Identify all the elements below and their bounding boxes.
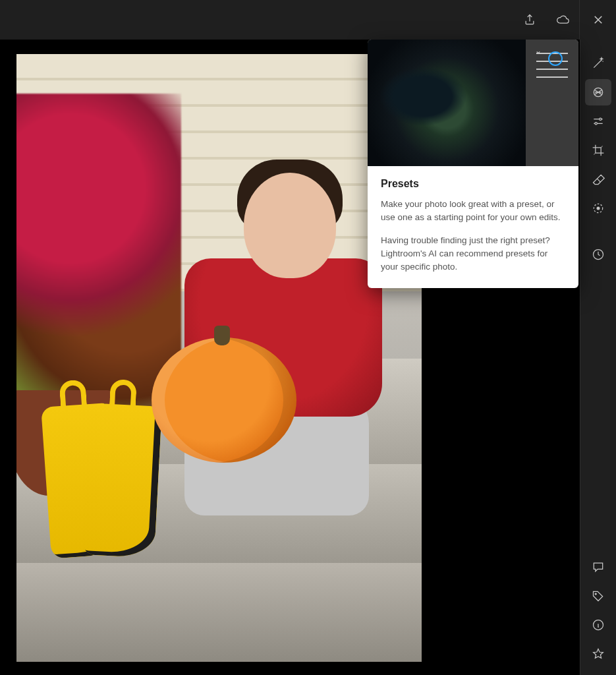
presets-tool[interactable] xyxy=(585,79,611,105)
svg-point-1 xyxy=(600,118,602,120)
mask-tool[interactable] xyxy=(585,195,611,221)
auto-tool[interactable] xyxy=(585,50,611,76)
coachmark-ring-icon xyxy=(548,51,563,66)
tooltip-hero: ⌄ xyxy=(368,40,578,166)
history-icon xyxy=(592,248,605,261)
photo-subject xyxy=(145,153,395,522)
tooltip-text-2: Having trouble finding just the right pr… xyxy=(381,234,565,274)
info-button[interactable] xyxy=(585,612,611,638)
share-icon xyxy=(523,13,536,26)
info-icon xyxy=(592,618,605,631)
close-button[interactable] xyxy=(580,0,616,40)
rate-button[interactable] xyxy=(585,641,611,667)
edit-sidebar xyxy=(580,40,616,675)
presets-icon xyxy=(592,86,605,99)
crop-tool[interactable] xyxy=(585,137,611,163)
eraser-icon xyxy=(592,173,605,186)
sidebar-bottom-tools xyxy=(585,552,611,675)
sliders-icon xyxy=(592,115,605,128)
heal-tool[interactable] xyxy=(585,166,611,192)
mask-icon xyxy=(592,202,605,215)
crop-icon xyxy=(592,144,605,157)
tag-icon xyxy=(592,589,605,602)
svg-point-6 xyxy=(595,593,596,595)
top-bar xyxy=(0,0,616,40)
chevron-down-icon: ⌄ xyxy=(535,46,542,55)
versions-tool[interactable] xyxy=(585,241,611,268)
wand-icon xyxy=(592,57,605,70)
tooltip-title: Presets xyxy=(381,178,565,190)
comment-button[interactable] xyxy=(585,554,611,580)
share-button[interactable] xyxy=(513,0,546,40)
tag-button[interactable] xyxy=(585,583,611,609)
svg-point-4 xyxy=(597,207,600,210)
edit-tool[interactable] xyxy=(585,108,611,134)
svg-point-2 xyxy=(595,123,597,125)
presets-tooltip: ⌄ Presets Make your photo look great wit… xyxy=(368,40,578,288)
tooltip-preview-image xyxy=(368,40,526,166)
cloud-button[interactable] xyxy=(546,0,579,40)
comment-icon xyxy=(592,560,605,573)
tooltip-body: Presets Make your photo look great with … xyxy=(368,166,578,288)
close-icon xyxy=(592,14,604,26)
cloud-icon xyxy=(556,13,569,26)
star-icon xyxy=(592,647,605,660)
tooltip-text-1: Make your photo look great with a preset… xyxy=(381,198,565,225)
topbar-actions xyxy=(513,0,616,40)
edited-photo[interactable] xyxy=(16,54,422,662)
